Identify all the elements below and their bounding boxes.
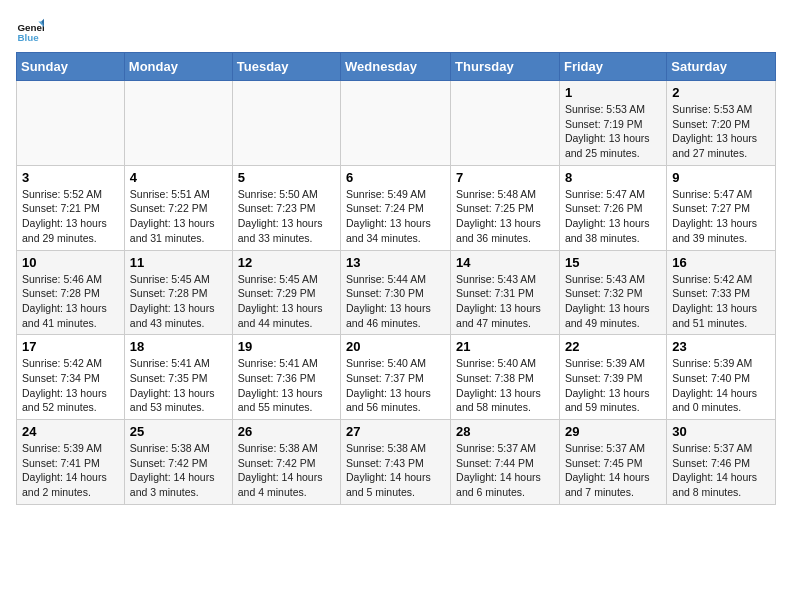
weekday-header-tuesday: Tuesday <box>232 53 340 81</box>
calendar-cell: 6Sunrise: 5:49 AM Sunset: 7:24 PM Daylig… <box>341 165 451 250</box>
day-info: Sunrise: 5:45 AM Sunset: 7:29 PM Dayligh… <box>238 272 335 331</box>
day-number: 19 <box>238 339 335 354</box>
calendar-cell: 15Sunrise: 5:43 AM Sunset: 7:32 PM Dayli… <box>559 250 666 335</box>
calendar-cell: 23Sunrise: 5:39 AM Sunset: 7:40 PM Dayli… <box>667 335 776 420</box>
calendar-cell: 17Sunrise: 5:42 AM Sunset: 7:34 PM Dayli… <box>17 335 125 420</box>
calendar-cell: 1Sunrise: 5:53 AM Sunset: 7:19 PM Daylig… <box>559 81 666 166</box>
day-info: Sunrise: 5:37 AM Sunset: 7:44 PM Dayligh… <box>456 441 554 500</box>
calendar-cell: 9Sunrise: 5:47 AM Sunset: 7:27 PM Daylig… <box>667 165 776 250</box>
page-header: General Blue <box>16 16 776 44</box>
day-info: Sunrise: 5:49 AM Sunset: 7:24 PM Dayligh… <box>346 187 445 246</box>
day-number: 27 <box>346 424 445 439</box>
day-info: Sunrise: 5:44 AM Sunset: 7:30 PM Dayligh… <box>346 272 445 331</box>
weekday-header-wednesday: Wednesday <box>341 53 451 81</box>
calendar-cell: 12Sunrise: 5:45 AM Sunset: 7:29 PM Dayli… <box>232 250 340 335</box>
day-info: Sunrise: 5:39 AM Sunset: 7:39 PM Dayligh… <box>565 356 661 415</box>
day-info: Sunrise: 5:37 AM Sunset: 7:45 PM Dayligh… <box>565 441 661 500</box>
day-number: 22 <box>565 339 661 354</box>
day-number: 29 <box>565 424 661 439</box>
day-number: 7 <box>456 170 554 185</box>
calendar-cell: 28Sunrise: 5:37 AM Sunset: 7:44 PM Dayli… <box>451 420 560 505</box>
calendar-cell: 13Sunrise: 5:44 AM Sunset: 7:30 PM Dayli… <box>341 250 451 335</box>
day-info: Sunrise: 5:41 AM Sunset: 7:35 PM Dayligh… <box>130 356 227 415</box>
day-info: Sunrise: 5:40 AM Sunset: 7:38 PM Dayligh… <box>456 356 554 415</box>
weekday-header-friday: Friday <box>559 53 666 81</box>
day-info: Sunrise: 5:51 AM Sunset: 7:22 PM Dayligh… <box>130 187 227 246</box>
day-info: Sunrise: 5:40 AM Sunset: 7:37 PM Dayligh… <box>346 356 445 415</box>
day-info: Sunrise: 5:43 AM Sunset: 7:31 PM Dayligh… <box>456 272 554 331</box>
calendar-cell: 7Sunrise: 5:48 AM Sunset: 7:25 PM Daylig… <box>451 165 560 250</box>
calendar-cell: 2Sunrise: 5:53 AM Sunset: 7:20 PM Daylig… <box>667 81 776 166</box>
day-number: 15 <box>565 255 661 270</box>
calendar-cell: 25Sunrise: 5:38 AM Sunset: 7:42 PM Dayli… <box>124 420 232 505</box>
day-number: 13 <box>346 255 445 270</box>
day-number: 17 <box>22 339 119 354</box>
day-info: Sunrise: 5:47 AM Sunset: 7:26 PM Dayligh… <box>565 187 661 246</box>
calendar-cell: 11Sunrise: 5:45 AM Sunset: 7:28 PM Dayli… <box>124 250 232 335</box>
day-info: Sunrise: 5:37 AM Sunset: 7:46 PM Dayligh… <box>672 441 770 500</box>
day-info: Sunrise: 5:52 AM Sunset: 7:21 PM Dayligh… <box>22 187 119 246</box>
calendar-cell: 24Sunrise: 5:39 AM Sunset: 7:41 PM Dayli… <box>17 420 125 505</box>
day-number: 18 <box>130 339 227 354</box>
day-info: Sunrise: 5:38 AM Sunset: 7:43 PM Dayligh… <box>346 441 445 500</box>
weekday-header-saturday: Saturday <box>667 53 776 81</box>
calendar-cell: 18Sunrise: 5:41 AM Sunset: 7:35 PM Dayli… <box>124 335 232 420</box>
day-info: Sunrise: 5:53 AM Sunset: 7:19 PM Dayligh… <box>565 102 661 161</box>
day-number: 11 <box>130 255 227 270</box>
day-number: 30 <box>672 424 770 439</box>
day-info: Sunrise: 5:48 AM Sunset: 7:25 PM Dayligh… <box>456 187 554 246</box>
calendar-cell: 27Sunrise: 5:38 AM Sunset: 7:43 PM Dayli… <box>341 420 451 505</box>
svg-text:Blue: Blue <box>17 32 39 43</box>
day-info: Sunrise: 5:39 AM Sunset: 7:40 PM Dayligh… <box>672 356 770 415</box>
calendar-cell <box>341 81 451 166</box>
calendar-header: SundayMondayTuesdayWednesdayThursdayFrid… <box>17 53 776 81</box>
day-number: 14 <box>456 255 554 270</box>
day-number: 4 <box>130 170 227 185</box>
day-info: Sunrise: 5:47 AM Sunset: 7:27 PM Dayligh… <box>672 187 770 246</box>
calendar-cell: 29Sunrise: 5:37 AM Sunset: 7:45 PM Dayli… <box>559 420 666 505</box>
day-info: Sunrise: 5:39 AM Sunset: 7:41 PM Dayligh… <box>22 441 119 500</box>
day-number: 20 <box>346 339 445 354</box>
day-info: Sunrise: 5:43 AM Sunset: 7:32 PM Dayligh… <box>565 272 661 331</box>
day-number: 16 <box>672 255 770 270</box>
day-number: 3 <box>22 170 119 185</box>
day-number: 25 <box>130 424 227 439</box>
day-info: Sunrise: 5:46 AM Sunset: 7:28 PM Dayligh… <box>22 272 119 331</box>
day-info: Sunrise: 5:38 AM Sunset: 7:42 PM Dayligh… <box>130 441 227 500</box>
day-info: Sunrise: 5:42 AM Sunset: 7:34 PM Dayligh… <box>22 356 119 415</box>
day-info: Sunrise: 5:41 AM Sunset: 7:36 PM Dayligh… <box>238 356 335 415</box>
calendar-cell: 22Sunrise: 5:39 AM Sunset: 7:39 PM Dayli… <box>559 335 666 420</box>
day-number: 24 <box>22 424 119 439</box>
calendar-cell: 30Sunrise: 5:37 AM Sunset: 7:46 PM Dayli… <box>667 420 776 505</box>
day-number: 2 <box>672 85 770 100</box>
day-number: 1 <box>565 85 661 100</box>
calendar-cell: 8Sunrise: 5:47 AM Sunset: 7:26 PM Daylig… <box>559 165 666 250</box>
calendar-cell: 4Sunrise: 5:51 AM Sunset: 7:22 PM Daylig… <box>124 165 232 250</box>
logo-icon: General Blue <box>16 16 44 44</box>
day-info: Sunrise: 5:45 AM Sunset: 7:28 PM Dayligh… <box>130 272 227 331</box>
calendar-cell: 19Sunrise: 5:41 AM Sunset: 7:36 PM Dayli… <box>232 335 340 420</box>
day-number: 5 <box>238 170 335 185</box>
day-info: Sunrise: 5:53 AM Sunset: 7:20 PM Dayligh… <box>672 102 770 161</box>
calendar-cell: 10Sunrise: 5:46 AM Sunset: 7:28 PM Dayli… <box>17 250 125 335</box>
calendar-cell: 20Sunrise: 5:40 AM Sunset: 7:37 PM Dayli… <box>341 335 451 420</box>
day-number: 23 <box>672 339 770 354</box>
calendar-cell: 14Sunrise: 5:43 AM Sunset: 7:31 PM Dayli… <box>451 250 560 335</box>
day-info: Sunrise: 5:50 AM Sunset: 7:23 PM Dayligh… <box>238 187 335 246</box>
calendar-cell: 16Sunrise: 5:42 AM Sunset: 7:33 PM Dayli… <box>667 250 776 335</box>
calendar-cell <box>124 81 232 166</box>
calendar-cell <box>232 81 340 166</box>
day-number: 26 <box>238 424 335 439</box>
day-number: 9 <box>672 170 770 185</box>
day-number: 8 <box>565 170 661 185</box>
calendar-cell <box>451 81 560 166</box>
calendar-cell: 3Sunrise: 5:52 AM Sunset: 7:21 PM Daylig… <box>17 165 125 250</box>
day-number: 10 <box>22 255 119 270</box>
weekday-header-monday: Monday <box>124 53 232 81</box>
calendar-cell: 21Sunrise: 5:40 AM Sunset: 7:38 PM Dayli… <box>451 335 560 420</box>
calendar-cell <box>17 81 125 166</box>
logo: General Blue <box>16 16 48 44</box>
weekday-header-thursday: Thursday <box>451 53 560 81</box>
day-number: 28 <box>456 424 554 439</box>
day-number: 21 <box>456 339 554 354</box>
